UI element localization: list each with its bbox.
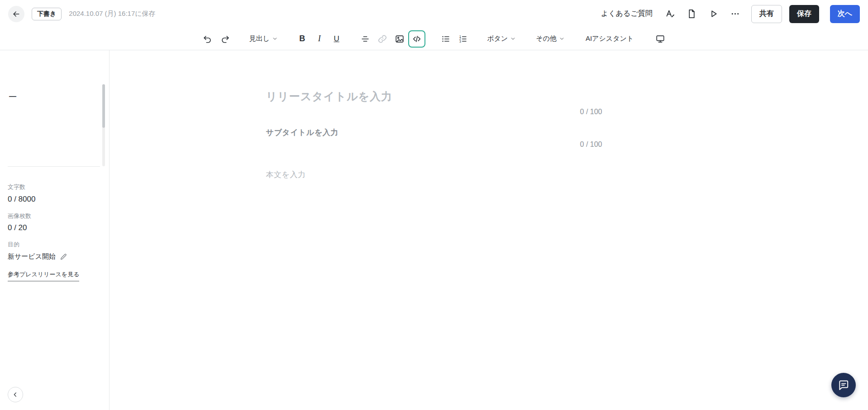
horizontal-rule-icon	[360, 34, 370, 44]
redo-icon	[220, 34, 230, 44]
formatting-toolbar: 見出し B I U	[0, 28, 868, 50]
button-menu-group: ボタン	[483, 30, 520, 47]
back-arrow-icon	[12, 10, 21, 19]
code-button[interactable]	[408, 30, 425, 48]
numbered-list-button[interactable]: 1 2 3	[454, 30, 471, 47]
save-button[interactable]: 保存	[789, 5, 819, 23]
play-icon	[708, 9, 719, 19]
editor-column: リリースタイトルを入力 0 / 100 サブタイトルを入力 0 / 100 本文…	[266, 50, 602, 181]
chat-bubble-icon	[838, 379, 849, 391]
text-style-group: B I U	[294, 30, 345, 47]
preview-play-button[interactable]	[704, 5, 723, 24]
release-title-input[interactable]: リリースタイトルを入力	[266, 88, 602, 105]
insert-group	[357, 30, 425, 48]
others-dropdown[interactable]: その他	[532, 30, 569, 47]
link-icon	[377, 34, 387, 44]
proofread-a-pencil-icon	[665, 9, 676, 19]
next-button[interactable]: 次へ	[830, 5, 860, 23]
back-button[interactable]	[8, 6, 24, 22]
image-icon	[395, 34, 405, 44]
chevron-down-icon	[510, 36, 516, 42]
preview-display-button[interactable]	[652, 30, 668, 47]
document-button[interactable]	[682, 5, 701, 24]
heading-dropdown-label: 見出し	[249, 34, 270, 43]
others-group: その他	[532, 30, 569, 47]
list-group: 1 2 3	[437, 30, 471, 47]
chevron-down-icon	[272, 36, 278, 42]
monitor-icon	[655, 34, 665, 44]
subtitle-char-counter: 0 / 100	[266, 140, 602, 149]
link-button[interactable]	[374, 30, 391, 47]
bold-button[interactable]: B	[294, 30, 310, 47]
document-icon	[687, 9, 697, 19]
numbered-list-icon: 1 2 3	[458, 34, 468, 44]
support-chat-button[interactable]	[831, 373, 856, 397]
draft-status-badge: 下書き	[32, 8, 62, 20]
button-dropdown[interactable]: ボタン	[483, 30, 520, 47]
others-dropdown-label: その他	[536, 34, 557, 43]
body-text-input[interactable]: 本文を入力	[266, 169, 602, 181]
heading-group: 見出し	[245, 30, 282, 47]
proofread-button[interactable]	[661, 5, 680, 24]
bulleted-list-button[interactable]	[437, 30, 454, 47]
bulleted-list-icon	[441, 34, 451, 44]
svg-text:3: 3	[459, 39, 461, 43]
button-dropdown-label: ボタン	[487, 34, 508, 43]
more-options-button[interactable]	[726, 5, 745, 24]
subtitle-input[interactable]: サブタイトルを入力	[266, 127, 602, 138]
redo-button[interactable]	[217, 30, 234, 47]
ai-group: AIアシスタント	[581, 30, 668, 47]
code-icon	[412, 34, 422, 44]
topbar: 下書き 2024.10.07 (月) 16:17に保存 よくあるご質問	[0, 0, 868, 28]
ai-assistant-button[interactable]: AIアシスタント	[581, 30, 639, 47]
history-group	[200, 30, 234, 47]
image-button[interactable]	[391, 30, 408, 47]
divider-button[interactable]	[357, 30, 373, 47]
chevron-down-icon	[559, 36, 565, 42]
heading-dropdown[interactable]: 見出し	[245, 30, 282, 47]
italic-button[interactable]: I	[311, 30, 328, 47]
undo-icon	[203, 34, 213, 44]
underline-button[interactable]: U	[328, 30, 345, 47]
undo-button[interactable]	[200, 30, 216, 47]
title-char-counter: 0 / 100	[266, 107, 602, 116]
faq-link[interactable]: よくあるご質問	[601, 9, 653, 19]
saved-timestamp: 2024.10.07 (月) 16:17に保存	[69, 10, 155, 18]
share-button[interactable]: 共有	[751, 5, 782, 23]
topbar-actions: よくあるご質問 共有 保存 次へ	[601, 5, 860, 24]
editor-area: リリースタイトルを入力 0 / 100 サブタイトルを入力 0 / 100 本文…	[0, 50, 868, 410]
ellipsis-icon	[730, 9, 740, 19]
